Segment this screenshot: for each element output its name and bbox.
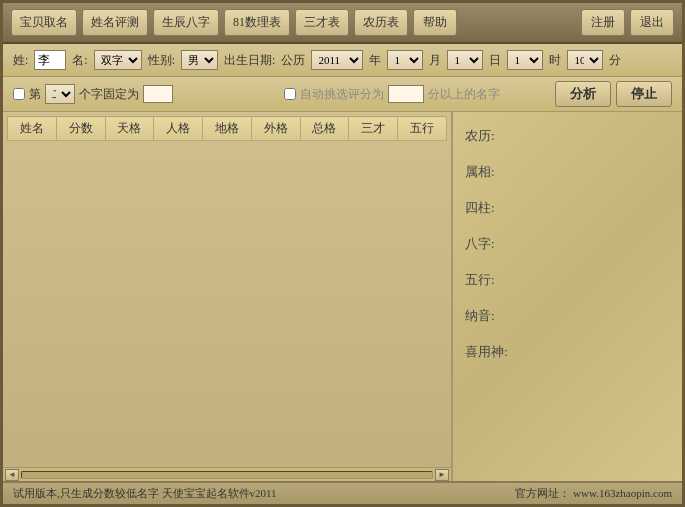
table-area: 姓名分数天格人格地格外格总格三才五行 ◄ ► bbox=[3, 112, 453, 481]
di-label: 第 bbox=[29, 86, 41, 103]
toolbar-btn-register[interactable]: 注册 bbox=[581, 9, 625, 36]
toolbar-btn-81-wuge[interactable]: 81数理表 bbox=[224, 9, 290, 36]
table-header-地格: 地格 bbox=[203, 117, 252, 141]
table-header-row: 姓名分数天格人格地格外格总格三才五行 bbox=[8, 117, 447, 141]
toolbar-buttons-left: 宝贝取名姓名评测生辰八字81数理表三才表农历表帮助 bbox=[11, 9, 457, 36]
surname-label: 姓: bbox=[13, 52, 28, 69]
calendar-label: 公历 bbox=[281, 52, 305, 69]
scroll-left-arrow[interactable]: ◄ bbox=[5, 469, 19, 481]
year-select[interactable]: 20092010201120122013 bbox=[311, 50, 363, 70]
options-left: 第 一二三 个字固定为 bbox=[13, 84, 276, 104]
results-table: 姓名分数天格人格地格外格总格三才五行 bbox=[7, 116, 447, 141]
name-label: 名: bbox=[72, 52, 87, 69]
info-row-八字: 八字: bbox=[465, 235, 670, 253]
status-bar: 试用版本,只生成分数较低名字 天使宝宝起名软件v2011 官方网址： www.1… bbox=[3, 481, 682, 504]
toolbar-btn-name-eval[interactable]: 姓名评测 bbox=[82, 9, 148, 36]
gender-label: 性别: bbox=[148, 52, 175, 69]
table-spacer bbox=[3, 145, 451, 467]
hour-select[interactable]: 123612 bbox=[507, 50, 543, 70]
info-label-纳音: 纳音: bbox=[465, 307, 515, 325]
month-select[interactable]: 123456789101112 bbox=[387, 50, 423, 70]
surname-input[interactable] bbox=[34, 50, 66, 70]
toolbar: 宝贝取名姓名评测生辰八字81数理表三才表农历表帮助 注册退出 bbox=[3, 3, 682, 44]
toolbar-right: 注册退出 bbox=[581, 9, 674, 36]
table-header-天格: 天格 bbox=[105, 117, 154, 141]
fixed-char-input[interactable] bbox=[143, 85, 173, 103]
table-header-人格: 人格 bbox=[154, 117, 203, 141]
fen-label: 分 bbox=[609, 52, 621, 69]
birthdate-label: 出生日期: bbox=[224, 52, 275, 69]
fixed-char-checkbox[interactable] bbox=[13, 88, 25, 100]
table-header-五行: 五行 bbox=[398, 117, 447, 141]
scroll-track[interactable] bbox=[21, 471, 433, 479]
gender-select[interactable]: 男 女 bbox=[181, 50, 218, 70]
options-right: 自动挑选评分为 分以上的名字 bbox=[284, 85, 547, 103]
main-window: 宝贝取名姓名评测生辰八字81数理表三才表农历表帮助 注册退出 姓: 名: 单字 … bbox=[0, 0, 685, 507]
status-right: 官方网址： www.163zhaopin.com bbox=[515, 486, 672, 501]
yue-label: 月 bbox=[429, 52, 441, 69]
analyze-button[interactable]: 分析 bbox=[555, 81, 611, 107]
ri-label: 日 bbox=[489, 52, 501, 69]
info-row-五行: 五行: bbox=[465, 271, 670, 289]
info-label-农历: 农历: bbox=[465, 127, 515, 145]
options-buttons: 分析 停止 bbox=[555, 81, 672, 107]
fixed-char-label: 个字固定为 bbox=[79, 86, 139, 103]
auto-score-checkbox[interactable] bbox=[284, 88, 296, 100]
info-row-农历: 农历: bbox=[465, 127, 670, 145]
shi-label: 时 bbox=[549, 52, 561, 69]
info-row-喜用神: 喜用神: bbox=[465, 343, 670, 361]
options-row: 第 一二三 个字固定为 自动挑选评分为 分以上的名字 分析 停止 bbox=[3, 77, 682, 112]
table-container: 姓名分数天格人格地格外格总格三才五行 bbox=[3, 112, 451, 145]
table-header-姓名: 姓名 bbox=[8, 117, 57, 141]
toolbar-btn-baby-name[interactable]: 宝贝取名 bbox=[11, 9, 77, 36]
status-right-label: 官方网址： bbox=[515, 487, 570, 499]
auto-score-label: 自动挑选评分为 bbox=[300, 86, 384, 103]
table-header-总格: 总格 bbox=[300, 117, 349, 141]
scroll-right-arrow[interactable]: ► bbox=[435, 469, 449, 481]
day-select[interactable]: 12351015202530 bbox=[447, 50, 483, 70]
score-input[interactable] bbox=[388, 85, 424, 103]
info-label-四柱: 四柱: bbox=[465, 199, 515, 217]
toolbar-btn-bazi[interactable]: 生辰八字 bbox=[153, 9, 219, 36]
info-row-纳音: 纳音: bbox=[465, 307, 670, 325]
toolbar-btn-exit[interactable]: 退出 bbox=[630, 9, 674, 36]
info-row-属相: 属相: bbox=[465, 163, 670, 181]
nian-label: 年 bbox=[369, 52, 381, 69]
info-area: 农历:属相:四柱:八字:五行:纳音:喜用神: bbox=[453, 112, 682, 481]
minute-select[interactable]: 01020304050 bbox=[567, 50, 603, 70]
info-label-属相: 属相: bbox=[465, 163, 515, 181]
di-select[interactable]: 一二三 bbox=[45, 84, 75, 104]
status-left: 试用版本,只生成分数较低名字 天使宝宝起名软件v2011 bbox=[13, 486, 277, 501]
info-label-喜用神: 喜用神: bbox=[465, 343, 515, 361]
form-row: 姓: 名: 单字 双字 三字 性别: 男 女 出生日期: 公历 20092010… bbox=[3, 44, 682, 77]
table-header-分数: 分数 bbox=[56, 117, 105, 141]
stop-button[interactable]: 停止 bbox=[616, 81, 672, 107]
info-label-八字: 八字: bbox=[465, 235, 515, 253]
horizontal-scrollbar[interactable]: ◄ ► bbox=[3, 467, 451, 481]
toolbar-btn-nongli[interactable]: 农历表 bbox=[354, 9, 408, 36]
toolbar-btn-help[interactable]: 帮助 bbox=[413, 9, 457, 36]
name-char-select[interactable]: 单字 双字 三字 bbox=[94, 50, 142, 70]
status-right-url: www.163zhaopin.com bbox=[573, 487, 672, 499]
table-header-外格: 外格 bbox=[251, 117, 300, 141]
info-row-四柱: 四柱: bbox=[465, 199, 670, 217]
table-header-三才: 三才 bbox=[349, 117, 398, 141]
content-area: 姓名分数天格人格地格外格总格三才五行 ◄ ► 农历:属相:四柱:八字:五行:纳音… bbox=[3, 112, 682, 481]
info-label-五行: 五行: bbox=[465, 271, 515, 289]
toolbar-btn-san-cai[interactable]: 三才表 bbox=[295, 9, 349, 36]
score-suffix: 分以上的名字 bbox=[428, 86, 500, 103]
